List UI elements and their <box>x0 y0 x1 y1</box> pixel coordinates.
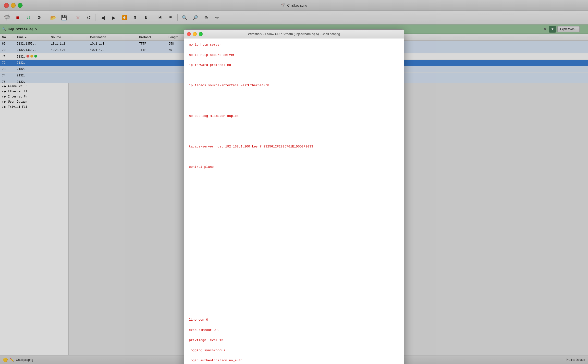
stream-line: ! <box>189 73 399 78</box>
follow-udp-stream-dialog: Wireshark · Follow UDP Stream (udp.strea… <box>184 29 404 364</box>
stream-line: ! <box>189 226 399 231</box>
stream-line: ! <box>189 287 399 292</box>
dialog-maximize-button[interactable] <box>199 32 203 36</box>
stream-line: line con 0 <box>189 317 399 323</box>
stream-line: ! <box>189 155 399 160</box>
stream-line: ! <box>189 134 399 139</box>
stream-line: ! <box>189 216 399 221</box>
stream-line: ! <box>189 256 399 261</box>
stream-line: ip forward-protocol nd <box>189 63 399 68</box>
stream-line: ! <box>189 124 399 129</box>
stream-line: ! <box>189 185 399 190</box>
dialog-title: Wireshark · Follow UDP Stream (udp.strea… <box>248 32 340 36</box>
stream-line: ! <box>189 175 399 180</box>
stream-line: privilege level 15 <box>189 338 399 343</box>
stream-line: exec-timeout 0 0 <box>189 328 399 333</box>
stream-line: ! <box>189 307 399 312</box>
stream-line: logging synchronous <box>189 348 399 353</box>
stream-line: ! <box>189 195 399 200</box>
stream-line: ! <box>189 93 399 98</box>
stream-line: ip tacacs source-interface FastEthernet0… <box>189 83 399 88</box>
stream-line: tacacs-server host 192.168.1.100 key 7 0… <box>189 144 399 149</box>
stream-line: ! <box>189 267 399 272</box>
stream-line: ! <box>189 236 399 241</box>
stream-line: no cdp log mismatch duplex <box>189 114 399 119</box>
stream-line: no ip http secure-server <box>189 53 399 58</box>
dialog-content[interactable]: no ip http serverno ip http secure-serve… <box>184 38 404 364</box>
stream-line: no ip http server <box>189 42 399 48</box>
stream-line: ! <box>189 104 399 109</box>
dialog-title-bar: Wireshark · Follow UDP Stream (udp.strea… <box>184 30 404 38</box>
dialog-close-button[interactable] <box>187 32 191 36</box>
modal-overlay: Wireshark · Follow UDP Stream (udp.strea… <box>0 0 588 364</box>
dialog-minimize-button[interactable] <box>193 32 197 36</box>
dialog-title-buttons <box>187 32 203 36</box>
stream-line: login authentication no_auth <box>189 358 399 363</box>
stream-line: control-plane <box>189 165 399 170</box>
stream-line: ! <box>189 297 399 302</box>
stream-line: ! <box>189 206 399 211</box>
stream-line: ! <box>189 246 399 251</box>
stream-line: ! <box>189 277 399 282</box>
